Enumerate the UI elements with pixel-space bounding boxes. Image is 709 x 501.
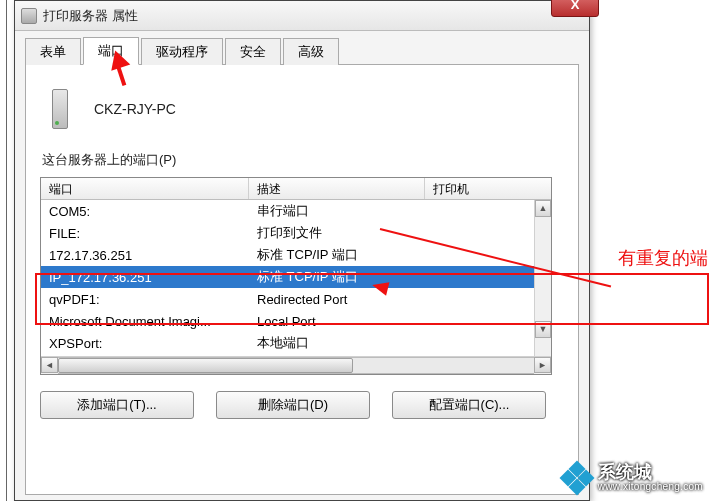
- watermark-url: www.xitongcheng.com: [598, 482, 703, 493]
- configure-port-button[interactable]: 配置端口(C)...: [392, 391, 546, 419]
- add-port-button[interactable]: 添加端口(T)...: [40, 391, 194, 419]
- annotation-highlight-box: [35, 273, 709, 325]
- scroll-left-icon[interactable]: ◄: [41, 357, 58, 373]
- column-port[interactable]: 端口: [41, 178, 249, 199]
- cell-printer: [425, 253, 517, 257]
- table-row[interactable]: COM5: 串行端口: [41, 200, 551, 222]
- table-row[interactable]: 172.17.36.251 标准 TCP/IP 端口: [41, 244, 551, 266]
- window-title: 打印服务器 属性: [43, 7, 138, 25]
- cell-desc: 串行端口: [249, 200, 425, 222]
- tab-advanced[interactable]: 高级: [283, 38, 339, 65]
- tab-forms[interactable]: 表单: [25, 38, 81, 65]
- server-icon: [44, 85, 76, 133]
- delete-port-button[interactable]: 删除端口(D): [216, 391, 370, 419]
- tab-security[interactable]: 安全: [225, 38, 281, 65]
- table-row[interactable]: XPSPort: 本地端口: [41, 332, 551, 354]
- printer-icon: [21, 8, 37, 24]
- cell-port: XPSPort:: [41, 334, 249, 353]
- cell-port: COM5:: [41, 202, 249, 221]
- print-server-properties-dialog: 打印服务器 属性 X 表单 端口 驱动程序 安全 高级 CKZ-RJY-PC 这…: [14, 0, 590, 501]
- server-name: CKZ-RJY-PC: [94, 101, 176, 117]
- cell-port: 172.17.36.251: [41, 246, 249, 265]
- watermark-name: 系统城: [598, 463, 703, 482]
- watermark-logo-icon: [562, 463, 592, 493]
- scroll-right-icon[interactable]: ►: [534, 357, 551, 373]
- cell-printer: [425, 231, 517, 235]
- cell-printer: [425, 341, 517, 345]
- scroll-up-icon[interactable]: ▲: [535, 200, 551, 217]
- cell-desc: 标准 TCP/IP 端口: [249, 244, 425, 266]
- close-button[interactable]: X: [551, 0, 599, 17]
- server-row: CKZ-RJY-PC: [44, 85, 560, 133]
- list-header: 端口 描述 打印机: [41, 178, 551, 200]
- cell-port: FILE:: [41, 224, 249, 243]
- column-printer[interactable]: 打印机: [425, 178, 517, 199]
- titlebar[interactable]: 打印服务器 属性 X: [15, 1, 589, 31]
- cell-desc: 本地端口: [249, 332, 425, 354]
- table-row[interactable]: FILE: 打印到文件: [41, 222, 551, 244]
- scroll-track[interactable]: [58, 357, 534, 374]
- ports-section-label: 这台服务器上的端口(P): [42, 151, 564, 169]
- annotation-text: 有重复的端: [618, 246, 708, 270]
- column-desc[interactable]: 描述: [249, 178, 425, 199]
- scroll-thumb[interactable]: [58, 358, 353, 373]
- buttons-row: 添加端口(T)... 删除端口(D) 配置端口(C)...: [40, 391, 564, 419]
- watermark: 系统城 www.xitongcheng.com: [562, 463, 703, 493]
- horizontal-scrollbar[interactable]: ◄ ►: [41, 356, 551, 374]
- cell-printer: [425, 209, 517, 213]
- tab-drivers[interactable]: 驱动程序: [141, 38, 223, 65]
